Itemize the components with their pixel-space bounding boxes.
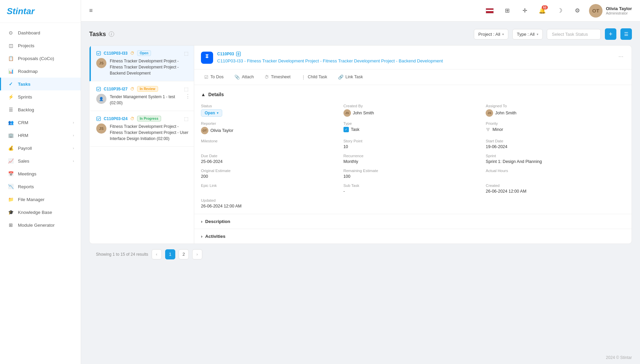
status-badge[interactable]: Open ▾ bbox=[201, 109, 222, 117]
updated-text: 26-06-2024 12:00 AM bbox=[201, 204, 241, 208]
list-view-button[interactable]: ☰ bbox=[620, 28, 632, 40]
story-point-value: 10 bbox=[343, 144, 483, 149]
tasks-panel: C110P03-I33 ⏱ Open ⬚ JS Fitness Tracker … bbox=[89, 45, 632, 244]
notifications-icon[interactable]: 🔔 52 bbox=[536, 5, 548, 17]
task-list-item[interactable]: C110P03-I33 ⏱ Open ⬚ JS Fitness Tracker … bbox=[89, 46, 194, 81]
flag-icon[interactable] bbox=[484, 5, 496, 17]
task-item-body: 👤 Tender Management System 1 - test (02:… bbox=[96, 94, 188, 106]
settings-icon[interactable]: ⚙ bbox=[571, 5, 584, 17]
page-2-button[interactable]: 2 bbox=[179, 249, 189, 259]
reporter-avatar: OT bbox=[201, 127, 208, 134]
sprint-label: Sprint bbox=[486, 154, 625, 158]
sidebar-item-sales[interactable]: 📈 Sales › bbox=[0, 155, 81, 167]
sidebar-item-module-generator[interactable]: ⊞ Module Generator bbox=[0, 219, 81, 231]
us-flag bbox=[486, 8, 494, 13]
sidebar-item-payroll[interactable]: 💰 Payroll › bbox=[0, 142, 81, 155]
updated-value: 26-06-2024 12:00 AM bbox=[201, 204, 340, 208]
info-icon[interactable]: i bbox=[109, 31, 114, 37]
due-date-text: 25-06-2024 bbox=[201, 159, 223, 164]
svg-rect-2 bbox=[97, 117, 100, 120]
status-label: Status bbox=[201, 104, 340, 108]
status-filter[interactable]: Select Task Status bbox=[547, 29, 601, 39]
nav-icon-backlog: ☰ bbox=[8, 107, 14, 113]
task-title: Tender Management System 1 - test (02:00… bbox=[110, 94, 188, 106]
sidebar-item-sprints[interactable]: ⚡ Sprints bbox=[0, 90, 81, 103]
tab-label-child-task: Child Task bbox=[308, 75, 327, 79]
sidebar-item-crm[interactable]: 👥 CRM › bbox=[0, 116, 81, 129]
sub-task-text: - bbox=[343, 189, 345, 194]
nav-icon-proposals: 📋 bbox=[8, 55, 14, 61]
main-area: ≡ ⊞ ✛ 🔔 52 ☽ ⚙ OT Olivia Taylor Administ… bbox=[81, 0, 640, 364]
task-avatar-placeholder: 👤 bbox=[96, 94, 106, 104]
sidebar-item-knowledge-base[interactable]: 🎓 Knowledge Base bbox=[0, 206, 81, 219]
details-section: ▲ Details Status Open ▾ bbox=[194, 85, 632, 214]
sidebar-item-file-manager[interactable]: 📁 File Manager bbox=[0, 193, 81, 206]
actual-hours-label: Actual Hours bbox=[486, 169, 625, 173]
task-avatar: JS bbox=[96, 58, 106, 68]
nav-icon-projects: ◫ bbox=[8, 43, 14, 49]
status-filter-placeholder: Select Task Status bbox=[552, 32, 588, 37]
type-filter-label: Type : All bbox=[517, 32, 535, 37]
header: ≡ ⊞ ✛ 🔔 52 ☽ ⚙ OT Olivia Taylor Administ… bbox=[81, 0, 640, 22]
status-text: Open bbox=[205, 111, 215, 115]
user-profile[interactable]: OT Olivia Taylor Administrator bbox=[589, 4, 632, 18]
task-id: C110P35-I27 bbox=[104, 87, 128, 91]
sidebar-item-dashboard[interactable]: ⊙ Dashboard bbox=[0, 26, 81, 39]
sidebar-item-meetings[interactable]: 📅 Meetings bbox=[0, 167, 81, 180]
add-task-button[interactable]: + bbox=[605, 28, 616, 40]
detail-more-icon[interactable]: ··· bbox=[617, 52, 625, 61]
apps-icon[interactable]: ⊞ bbox=[501, 5, 513, 17]
reporter-label: Reporter bbox=[201, 121, 340, 125]
description-section: › Description bbox=[194, 214, 632, 229]
activities-toggle[interactable]: › Activities bbox=[201, 234, 625, 239]
nav-label-reports: Reports bbox=[18, 184, 34, 189]
user-details: Olivia Taylor Administrator bbox=[606, 6, 632, 15]
story-point-label: Story Point bbox=[343, 139, 483, 143]
page-1-button[interactable]: 1 bbox=[165, 249, 175, 259]
crosshair-icon[interactable]: ✛ bbox=[519, 5, 531, 17]
created-label: Created bbox=[486, 184, 625, 188]
details-toggle[interactable]: ▲ Details bbox=[201, 90, 625, 99]
hamburger-menu[interactable]: ≡ bbox=[89, 7, 93, 14]
task-list-item[interactable]: C110P35-I27 ⏱ In Review ⬚ 👤 Tender Manag… bbox=[89, 81, 194, 111]
type-filter[interactable]: Type : All ▾ bbox=[512, 29, 543, 39]
details-grid: Status Open ▾ Created By bbox=[201, 104, 625, 208]
task-list-item[interactable]: C110P03-I24 ⏱ In Progress ⬚ JS Fitness T… bbox=[89, 111, 194, 147]
sidebar-item-hrm[interactable]: 🏢 HRM › bbox=[0, 129, 81, 142]
sidebar-item-proposals[interactable]: 📋 Proposals (CoCo) bbox=[0, 52, 81, 65]
sidebar-item-backlog[interactable]: ☰ Backlog bbox=[0, 103, 81, 116]
original-estimate-text: 200 bbox=[201, 174, 208, 179]
sidebar-item-tasks[interactable]: ✓ Tasks bbox=[0, 78, 81, 90]
sidebar-item-projects[interactable]: ◫ Projects bbox=[0, 39, 81, 52]
footer-text: 2024 © Stintar bbox=[606, 355, 632, 360]
tab-todos[interactable]: ☑ To Dos bbox=[200, 72, 228, 82]
sidebar-item-reports[interactable]: 📉 Reports bbox=[0, 180, 81, 193]
clock-icon: ⏱ bbox=[130, 87, 134, 91]
tab-child-task[interactable]: ⋮ Child Task bbox=[297, 72, 332, 82]
field-story-point: Story Point 10 bbox=[343, 139, 483, 149]
reporter-value: OT Olivia Taylor bbox=[201, 127, 340, 134]
theme-icon[interactable]: ☽ bbox=[554, 5, 566, 17]
nav-icon-meetings: 📅 bbox=[8, 171, 14, 177]
task-more-icon[interactable]: ⋮ bbox=[185, 93, 190, 99]
tab-link-task[interactable]: 🔗 Link Task bbox=[333, 72, 368, 82]
next-page-button[interactable]: › bbox=[192, 249, 202, 259]
tab-label-link-task: Link Task bbox=[345, 75, 363, 79]
nav-icon-tasks: ✓ bbox=[8, 81, 14, 87]
project-filter-label: Project : All bbox=[478, 32, 500, 37]
project-filter[interactable]: Project : All ▾ bbox=[474, 29, 508, 39]
sidebar-item-roadmap[interactable]: 📊 Roadmap bbox=[0, 65, 81, 78]
created-text: 26-06-2024 12:00 AM bbox=[486, 189, 526, 194]
pagination-area: Showing 1 to 15 of 24 results ‹ 1 2 › bbox=[89, 244, 632, 265]
tab-attach[interactable]: 📎 Attach bbox=[230, 72, 258, 82]
task-item-body: JS Fitness Tracker Development Project -… bbox=[96, 58, 188, 76]
nav-label-dashboard: Dashboard bbox=[18, 30, 40, 35]
description-toggle[interactable]: › Description bbox=[201, 219, 625, 224]
nav-chevron-crm: › bbox=[73, 121, 74, 124]
detail-title-area: C110P03 C110P03-I33 - Fitness Tracker De… bbox=[217, 52, 613, 64]
prev-page-button[interactable]: ‹ bbox=[152, 249, 162, 259]
field-recurrence: Recurrence Monthly bbox=[343, 154, 483, 164]
type-label: Type bbox=[343, 121, 483, 125]
content-area: Tasks i Project : All ▾ Type : All ▾ Sel… bbox=[81, 22, 640, 351]
tab-timesheet[interactable]: ⏱ Timesheet bbox=[260, 72, 295, 82]
